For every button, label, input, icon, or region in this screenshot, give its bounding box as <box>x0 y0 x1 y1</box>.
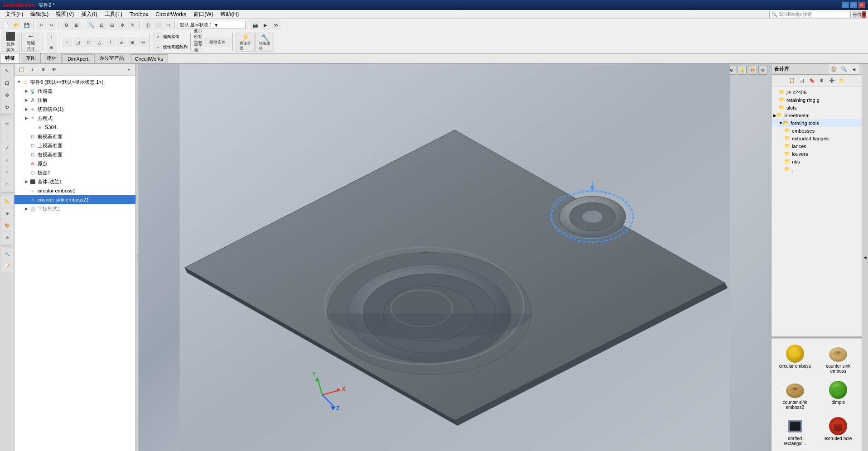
tab-feature[interactable]: 特征 <box>0 53 20 63</box>
tb-more[interactable]: ≫ <box>271 20 281 30</box>
tb-smart-dim[interactable]: ↔ 智能尺寸 <box>21 33 40 52</box>
tool-zoom-window[interactable]: ⊡ <box>1 77 13 89</box>
tb-shell[interactable]: □ <box>84 37 94 47</box>
tab-evaluate[interactable]: 评估 <box>42 53 62 63</box>
lib-item-louvers[interactable]: 📁 louvers <box>772 150 862 158</box>
tb-guide[interactable]: ↕ <box>47 32 57 42</box>
lib-tb-3[interactable]: 🔖 <box>807 76 816 85</box>
tb-rotate[interactable]: ↻ <box>128 20 138 30</box>
tb-photo-view[interactable]: 📷 <box>250 20 260 30</box>
tree-circular-emboss1[interactable]: ○ circular emboss1 <box>14 186 135 195</box>
lib-item-retaining[interactable]: 📁 retaining ring g <box>772 96 862 104</box>
tb-open[interactable]: 📂 <box>11 20 21 30</box>
tool-measure[interactable]: 📐 <box>1 195 13 207</box>
lib-item-ribs[interactable]: 📁 ribs <box>772 158 862 165</box>
sheetmetal-expand-icon[interactable]: ▶ <box>773 113 776 118</box>
tb-array[interactable]: ⊹ <box>153 43 163 53</box>
menu-view[interactable]: 视图(V) <box>52 10 77 19</box>
lib-item-embosses[interactable]: 📁 embosses <box>772 127 862 134</box>
lib-item-jis[interactable]: 📁 jis b2406 <box>772 88 862 96</box>
tool-reference[interactable]: ⊕ <box>1 207 13 219</box>
tree-base-flange[interactable]: ▶ ⬛ 基体-法兰1 <box>14 177 135 186</box>
tb-undo[interactable]: ↩ <box>36 20 46 30</box>
equation-expand[interactable]: ▶ <box>24 115 29 121</box>
menu-window[interactable]: 窗口(W) <box>190 10 217 19</box>
tree-root[interactable]: ▼ ⬡ 零件6 (默认<<默认>显示状态 1>) <box>14 77 135 86</box>
tree-tb-display[interactable]: 👁 <box>49 65 59 75</box>
tree-counter-sink-emboss21[interactable]: ○ counter sink emboss21 <box>14 195 135 204</box>
tb-rebuild[interactable]: ⚙ <box>61 20 71 30</box>
lib-collapse-tab[interactable]: ◄ <box>862 64 868 451</box>
tb-mirror[interactable]: ⇔ <box>138 37 148 47</box>
tab-sketch[interactable]: 草图 <box>21 53 41 63</box>
tool-circle[interactable]: ○ <box>1 154 13 166</box>
tree-right-plane[interactable]: ⊡ 右视基准面 <box>14 150 135 159</box>
tab-dimxpert[interactable]: DimXpert <box>63 54 93 63</box>
tab-office[interactable]: 办公室产品 <box>94 53 129 63</box>
annotation-expand[interactable]: ▶ <box>24 97 29 103</box>
menu-toolbox[interactable]: Toolbox <box>126 10 152 19</box>
tb-pattern[interactable]: ⊞ <box>127 37 137 47</box>
lib-tb-1[interactable]: 📋 <box>787 76 796 85</box>
tb-fast-model[interactable]: 🔧 快速建模 <box>255 33 274 52</box>
lib-item-forming-tools[interactable]: ▼ 📂 forming tools <box>772 119 862 127</box>
close-button[interactable]: ✕ <box>858 2 865 8</box>
tb-quick-view[interactable]: ⚡ 快速草图 <box>236 33 255 52</box>
menu-edit[interactable]: 编辑(E) <box>27 10 52 19</box>
tool-search[interactable]: 🔍 <box>1 248 13 260</box>
tab-circuitworks[interactable]: CircuitWorks <box>130 54 168 63</box>
tool-select[interactable]: ↖ <box>1 65 13 77</box>
base-flange-expand[interactable]: ▶ <box>24 179 29 184</box>
tb-options[interactable]: ⊞ <box>72 20 82 30</box>
lib-item-lances[interactable]: 📁 lances <box>772 142 862 150</box>
app-minimize[interactable]: ─ <box>853 11 857 18</box>
lib-item-extruded-flanges[interactable]: 📁 extruded flanges <box>772 134 862 142</box>
tree-sensor[interactable]: ▶ 📡 传感器 <box>14 86 135 96</box>
menu-tools[interactable]: 工具(T) <box>101 10 126 19</box>
tb-zoom-all[interactable]: ⊡ <box>96 20 106 30</box>
tree-origin[interactable]: ⊕ 原点 <box>14 159 135 168</box>
lib-item-slots[interactable]: 📁 slots <box>772 104 862 111</box>
tb-chamfer[interactable]: ◿ <box>73 37 83 47</box>
tree-front-plane[interactable]: ⊡ 前视基准面 <box>14 132 135 141</box>
tool-smart-dim[interactable]: ↔ <box>1 130 13 142</box>
tool-note[interactable]: 📝 <box>1 260 13 272</box>
display-state-dropdown-icon[interactable]: ▼ <box>214 23 218 28</box>
tool-arc[interactable]: ◜ <box>1 167 13 178</box>
tb-reference[interactable]: ⊕ <box>47 43 57 53</box>
tree-cutlist[interactable]: ▶ ≡ 切割清单(1) <box>14 105 135 114</box>
tb-display-3[interactable]: ◻ <box>163 20 173 30</box>
tb-pan[interactable]: ✥ <box>117 20 127 30</box>
lib-item-sheetmetal[interactable]: ▶ 📁 Sheetmetal <box>772 111 862 119</box>
tb-zoom-prev[interactable]: ⊟ <box>107 20 117 30</box>
tb-new[interactable]: 📄 <box>1 20 11 30</box>
tree-top-plane[interactable]: ⊡ 上视基准面 <box>14 141 135 150</box>
sensor-expand[interactable]: ▶ <box>24 88 29 94</box>
maximize-button[interactable]: □ <box>850 2 857 8</box>
lib-tb-5[interactable]: ➕ <box>827 76 836 85</box>
menu-insert[interactable]: 插入(I) <box>77 10 101 19</box>
tb-wrap[interactable]: ⌀ <box>116 37 126 47</box>
forming-tools-expand-icon[interactable]: ▼ <box>779 121 783 125</box>
ft-extruded-hole[interactable]: extruded hole <box>818 414 859 448</box>
tree-tb-feature[interactable]: 📋 <box>16 65 26 75</box>
tree-sheetmetal[interactable]: ⬡ 板金1 <box>14 168 135 177</box>
tb-display-1[interactable]: ◫ <box>142 20 152 30</box>
ft-drafted-rectangular[interactable]: drafted rectangul... <box>774 414 816 448</box>
tree-tb-expand[interactable]: » <box>124 65 134 75</box>
tb-video[interactable]: ▶ <box>260 20 270 30</box>
tb-move-real[interactable]: 移动实体 <box>204 37 231 47</box>
root-expand-icon[interactable]: ▼ <box>16 79 22 85</box>
tool-line[interactable]: ╱ <box>1 142 13 154</box>
tb-show-all[interactable]: 显示所有视图 <box>193 32 203 42</box>
ft-counter-sink-emboss[interactable]: counter sink emboss <box>818 341 859 376</box>
tool-pan[interactable]: ✥ <box>1 89 13 101</box>
tool-rotate[interactable]: ↻ <box>1 101 13 113</box>
tree-tb-config[interactable]: ⚙ <box>38 65 48 75</box>
cutlist-expand[interactable]: ▶ <box>24 106 29 112</box>
lib-tb-4[interactable]: ⚙ <box>817 76 826 85</box>
tree-equation[interactable]: ▶ = 方程式 <box>14 114 135 123</box>
ft-counter-sink-emboss2[interactable]: counter sink emboss2 <box>774 378 816 412</box>
tb-save[interactable]: 💾 <box>22 20 32 30</box>
lib-back-btn[interactable]: ◄ <box>849 64 859 74</box>
